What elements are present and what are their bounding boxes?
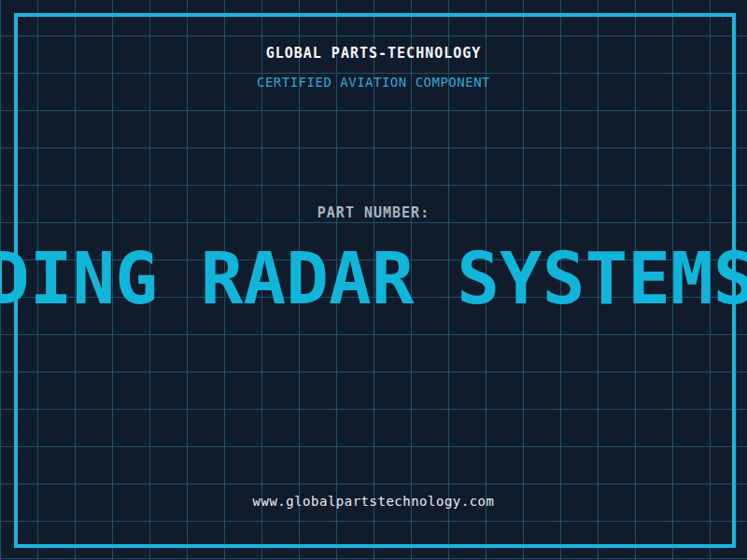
marquee: DING RADAR SYSTEMS	[0, 244, 747, 315]
company-name: GLOBAL PARTS-TECHNOLOGY	[0, 45, 747, 62]
website-link[interactable]: www.globalpartstechnology.com	[0, 494, 747, 509]
part-number-label: PART NUMBER:	[0, 204, 747, 221]
blueprint-page: GLOBAL PARTS-TECHNOLOGY CERTIFIED AVIATI…	[0, 0, 747, 560]
marquee-text: DING RADAR SYSTEMS	[0, 237, 747, 320]
certification-label: CERTIFIED AVIATION COMPONENT	[0, 75, 747, 90]
